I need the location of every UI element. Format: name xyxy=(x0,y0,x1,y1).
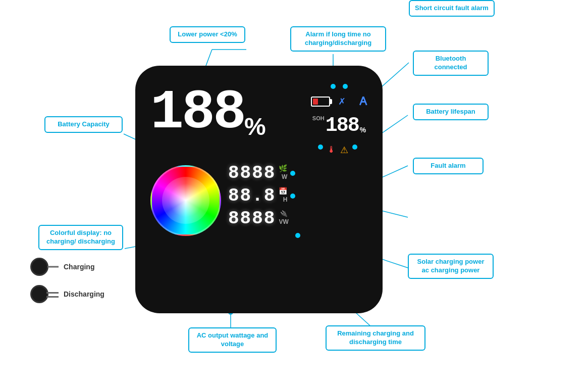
label-bluetooth: Bluetooth connected xyxy=(413,51,489,76)
label-battery-capacity: Battery Capacity xyxy=(44,116,123,133)
bluetooth-symbol: 𐌀 xyxy=(359,95,367,108)
seg-wattage: 8888 xyxy=(228,163,276,183)
solar-icon: 🌿 xyxy=(279,164,287,172)
top-indicator-dot-right xyxy=(343,84,348,89)
label-battery-lifespan: Battery lifespan xyxy=(413,104,489,120)
soh-percent: % xyxy=(360,126,366,134)
label-remaining-time: Remaining charging and discharging time xyxy=(326,325,425,351)
label-colorful-display: Colorful display: no charging/ dischargi… xyxy=(38,225,123,250)
device-display: 188 % ✗ 𐌀 xyxy=(135,66,383,313)
soh-value: 188 xyxy=(326,114,359,137)
temp-icon: 🌡 xyxy=(327,145,336,156)
fault-dot2 xyxy=(352,145,357,150)
battery-icon xyxy=(311,97,330,107)
charging-label: Charging xyxy=(64,263,94,271)
top-indicator-dot-left xyxy=(331,84,336,89)
bottom-dot xyxy=(295,233,300,238)
label-ac-output: AC output wattage and voltage xyxy=(188,327,277,353)
bluetooth-icon: ✗ xyxy=(338,96,351,107)
plug-icon: 🔌 xyxy=(280,210,288,217)
seg-hours: 88.8 xyxy=(228,185,276,206)
label-solar-charging: Solar charging power ac charging power xyxy=(408,254,494,279)
discharging-label: Discharging xyxy=(64,290,104,298)
soc-percent: % xyxy=(244,113,266,140)
seg2-dot xyxy=(290,194,295,199)
unit-w: W xyxy=(282,173,287,180)
warning-icon: ⚠ xyxy=(340,145,348,156)
unit-vw: VW xyxy=(279,218,288,225)
legend: Charging Discharging xyxy=(30,258,104,303)
calendar-icon: 📅 xyxy=(279,187,287,195)
seg1-dot xyxy=(290,171,295,176)
color-wheel xyxy=(150,165,221,236)
svg-line-9 xyxy=(379,115,408,135)
label-alarm-long-time: Alarm if long time no charging/dischargi… xyxy=(290,26,386,52)
soc-value: 188 xyxy=(150,85,244,140)
legend-charging: Charging xyxy=(30,258,104,276)
label-lower-power: Lower power <20% xyxy=(170,26,245,43)
unit-h: H xyxy=(283,196,288,203)
soh-label: SOH xyxy=(312,115,325,121)
seg-voltage: 8888 xyxy=(228,208,276,229)
label-short-circuit: Short circuit fault alarm xyxy=(409,0,495,17)
label-fault-alarm: Fault alarm xyxy=(413,158,484,174)
segments-panel: 8888 🌿 W 88.8 📅 H 8888 🔌 xyxy=(228,163,367,238)
legend-discharging: Discharging xyxy=(30,285,104,303)
fault-dot xyxy=(318,145,323,150)
